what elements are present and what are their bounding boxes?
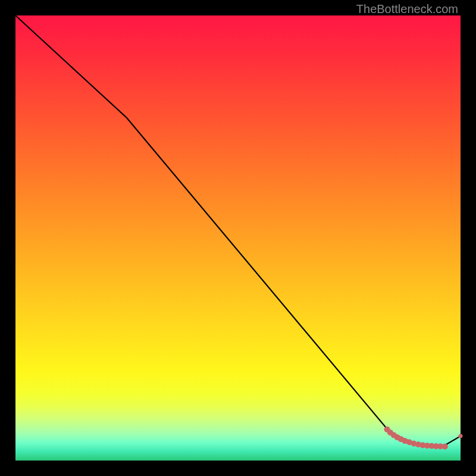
- chart-container: TheBottleneck.com: [0, 0, 476, 476]
- line-series: [15, 15, 461, 446]
- data-point: [442, 443, 448, 449]
- watermark-text: TheBottleneck.com: [356, 2, 458, 16]
- data-point: [459, 434, 463, 438]
- curve-path: [15, 15, 461, 446]
- chart-svg: [15, 15, 461, 461]
- markers-group: [384, 427, 463, 450]
- plot-area: [15, 15, 461, 461]
